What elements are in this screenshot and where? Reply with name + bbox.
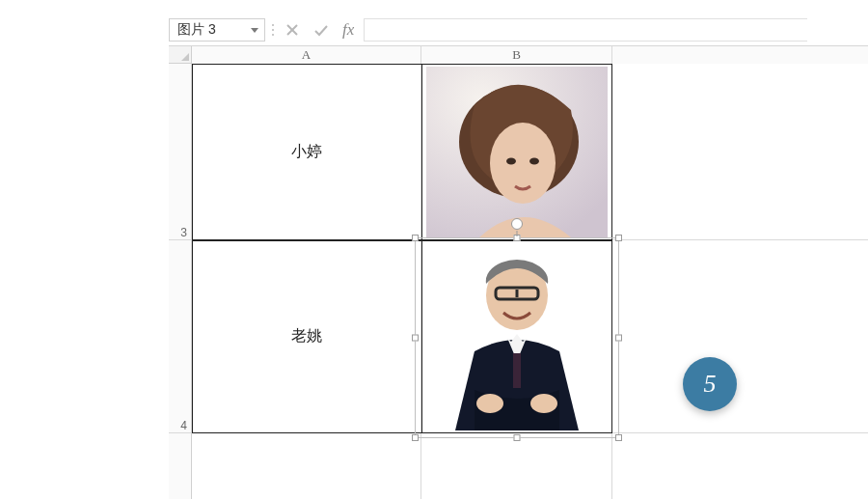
enter-button [310, 18, 333, 42]
row-headers: 3 4 [169, 64, 192, 499]
formula-bar: 图片 3 fx [169, 17, 807, 42]
svg-point-5 [506, 158, 516, 165]
select-all-corner[interactable] [169, 46, 192, 64]
cell-c3[interactable] [612, 64, 868, 240]
cancel-button [281, 18, 304, 42]
svg-point-4 [490, 123, 556, 204]
row-header-4[interactable]: 4 [169, 240, 191, 433]
table-border-mid [421, 64, 422, 433]
step-badge: 5 [683, 357, 737, 411]
image-b4[interactable] [426, 245, 608, 430]
separator-dots-icon [271, 21, 275, 39]
col-header-b[interactable]: B [421, 46, 612, 64]
col-header-empty[interactable] [612, 46, 868, 64]
svg-point-13 [530, 394, 557, 413]
row-header-3[interactable]: 3 [169, 64, 191, 240]
step-badge-number: 5 [704, 370, 717, 399]
rotate-handle-icon[interactable] [511, 218, 523, 230]
cell-a5[interactable] [192, 433, 421, 499]
x-icon [285, 23, 299, 37]
name-box[interactable]: 图片 3 [169, 18, 265, 42]
col-header-a[interactable]: A [192, 46, 421, 64]
spreadsheet-area: A B 3 4 小婷 老姚 [169, 46, 868, 499]
cell-b5[interactable] [421, 433, 612, 499]
image-b3[interactable] [426, 67, 608, 237]
svg-rect-11 [513, 353, 521, 388]
name-box-value: 图片 3 [177, 21, 216, 39]
cell-c5[interactable] [612, 433, 868, 499]
row-header-5[interactable] [169, 433, 191, 499]
cell-c4[interactable] [612, 240, 868, 433]
svg-point-6 [529, 158, 539, 165]
formula-input[interactable] [364, 18, 807, 42]
fx-button[interactable]: fx [339, 20, 358, 40]
svg-point-12 [476, 394, 503, 413]
check-icon [313, 23, 329, 37]
dropdown-arrow-icon [251, 28, 258, 33]
column-headers: A B [192, 46, 868, 64]
grid[interactable]: 小婷 老姚 [192, 64, 868, 499]
